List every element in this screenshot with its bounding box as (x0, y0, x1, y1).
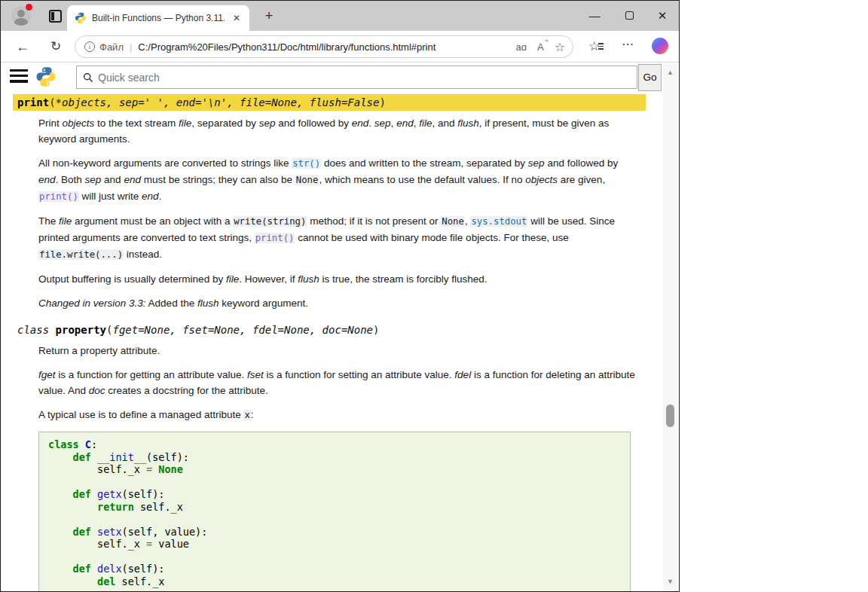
menu-icon[interactable] (10, 69, 28, 86)
browser-window: Built-in Functions — Python 3.11. ✕ + — … (0, 0, 680, 592)
tab-close-icon[interactable]: ✕ (230, 12, 243, 24)
maximize-button[interactable] (617, 5, 641, 26)
document-body: print(*objects, sep=' ', end='\n', file=… (1, 94, 662, 591)
new-tab-button[interactable]: + (260, 7, 278, 25)
refresh-button[interactable]: ↻ (46, 38, 66, 57)
tab-title: Built-in Functions — Python 3.11. (92, 13, 225, 23)
window-close-button[interactable]: ✕ (650, 5, 674, 26)
address-divider: | (130, 41, 132, 53)
translate-icon[interactable]: aɑ (516, 41, 527, 53)
scroll-up-icon[interactable]: ▲ (663, 66, 677, 79)
hub-lines (598, 41, 604, 51)
property-signature: class property(fget=None, fset=None, fde… (13, 322, 646, 338)
read-aloud-icon[interactable]: A (537, 41, 544, 53)
code-example: class C: def __init__(self): self._x = N… (38, 432, 631, 591)
site-info-icon[interactable]: i (84, 41, 95, 52)
paragraph: All non-keyword arguments are converted … (38, 155, 640, 205)
avatar-head (17, 10, 25, 17)
paragraph: Output buffering is usually determined b… (38, 271, 640, 287)
property-description: Return a property attribute. fget is a f… (38, 343, 640, 591)
minimize-button[interactable]: — (582, 5, 607, 26)
docs-page-header: Go (1, 63, 662, 93)
search-input[interactable] (98, 72, 631, 84)
avatar-body (14, 18, 28, 26)
paragraph: The file argument must be an object with… (38, 213, 640, 263)
python-logo[interactable] (35, 66, 57, 87)
print-description: Print objects to the text stream file, s… (38, 115, 640, 311)
version-changed-note: Changed in version 3.3: Added the flush … (38, 295, 640, 311)
python-favicon (75, 12, 87, 24)
search-go-button[interactable]: Go (638, 64, 662, 91)
navigation-toolbar: ← ↻ i Файл | C:/Program%20Files/Python31… (1, 31, 679, 63)
paragraph: Return a property attribute. (38, 343, 640, 359)
scrollbar-thumb[interactable] (666, 404, 674, 427)
favorites-hub-icon[interactable]: ☆ (588, 38, 600, 54)
search-box (76, 66, 637, 89)
paragraph: A typical use is to define a managed att… (38, 407, 640, 423)
search-icon (83, 72, 93, 83)
notification-dot (26, 4, 32, 11)
settings-more-icon[interactable]: ⋯ (622, 37, 634, 51)
address-bar[interactable]: i Файл | C:/Program%20Files/Python311/Do… (75, 35, 573, 58)
back-button[interactable]: ← (13, 38, 32, 57)
scroll-down-icon[interactable]: ▼ (663, 575, 677, 588)
address-text[interactable]: C:/Program%20Files/Python311/Doc/html/li… (138, 41, 505, 53)
paragraph: fget is a function for getting an attrib… (38, 367, 640, 398)
browser-tab[interactable]: Built-in Functions — Python 3.11. ✕ (67, 5, 249, 31)
paragraph: Print objects to the text stream file, s… (38, 115, 640, 147)
protocol-label: Файл (99, 41, 124, 53)
maximize-icon (625, 11, 634, 20)
workspaces-icon[interactable] (49, 10, 62, 23)
print-signature: print(*objects, sep=' ', end='\n', file=… (13, 94, 646, 111)
page-content: Go print(*objects, sep=' ', end='\n', fi… (1, 63, 662, 591)
page-scrollbar[interactable]: ▲ ▼ (663, 64, 677, 591)
copilot-icon[interactable] (652, 38, 668, 54)
title-bar: Built-in Functions — Python 3.11. ✕ + — … (1, 1, 679, 31)
favorite-star-icon[interactable]: ☆ (555, 40, 565, 54)
